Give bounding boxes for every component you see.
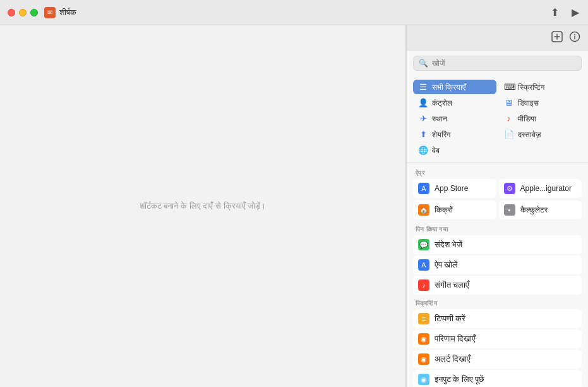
category-location[interactable]: ✈ स्थान [413, 111, 496, 126]
category-grid: ☰ सभी क्रियाएँ ⌨ स्क्रिप्टिंग 👤 कंट्रोल … [413, 80, 582, 157]
media-icon: ♪ [504, 114, 514, 123]
action-label: परिणाम दिखाएँ [435, 335, 476, 344]
kiosk-icon: 🏠 [418, 204, 429, 216]
info-button[interactable] [569, 31, 580, 45]
action-comment[interactable]: ≡ टिप्पणी करें [413, 309, 582, 328]
search-container: 🔍 [407, 51, 588, 76]
pinned-section-label: पिन किया गया [413, 222, 582, 235]
action-send-message[interactable]: 💬 संदेश भेजें [413, 235, 582, 254]
list-area[interactable]: ऐप्र A App Store ⚙ Apple...igurator 🏠 कि… [407, 166, 588, 387]
category-devices[interactable]: 🖥 डिवाइस [499, 95, 582, 110]
control-icon: 👤 [418, 98, 428, 108]
action-label: अलर्ट दिखाएँ [435, 355, 471, 364]
category-media[interactable]: ♪ मीडिया [499, 111, 582, 126]
action-label: इनपुट के लिए पूछें [435, 375, 484, 384]
left-panel: शॉर्टकट बनाने के लिए दाएँ से क्रियाएँ जो… [0, 25, 406, 387]
search-icon: 🔍 [419, 59, 428, 68]
window-title: शीर्षक [59, 8, 76, 18]
right-panel: 🔍 ☰ सभी क्रियाएँ ⌨ स्क्रिप्टिंग 👤 कंट्रो… [406, 25, 588, 387]
sharing-icon: ⬆ [418, 130, 428, 139]
svg-point-2 [574, 34, 575, 35]
category-label: स्थान [432, 114, 447, 123]
category-label: डिवाइस [518, 99, 539, 108]
category-label: मीडिया [518, 114, 536, 123]
maximize-button[interactable] [30, 9, 38, 16]
category-label: शेयरिंग [432, 130, 450, 139]
app-calculator[interactable]: ▪ कैल्कुलेटर [499, 200, 582, 219]
scripting-icon: ⌨ [504, 82, 514, 92]
action-open-app[interactable]: A ऐप खोलें [413, 255, 582, 274]
devices-icon: 🖥 [504, 98, 514, 108]
play-music-icon: ♪ [418, 280, 429, 291]
category-section: ☰ सभी क्रियाएँ ⌨ स्क्रिप्टिंग 👤 कंट्रोल … [407, 76, 588, 160]
category-control[interactable]: 👤 कंट्रोल [413, 95, 496, 110]
traffic-lights [8, 9, 38, 16]
apps-section-label: ऐप्र [413, 166, 582, 179]
action-ask-input[interactable]: ◉ इनपुट के लिए पूछें [413, 370, 582, 387]
search-box[interactable]: 🔍 [413, 56, 582, 71]
web-icon: 🌐 [418, 145, 428, 155]
app-configurator[interactable]: ⚙ Apple...igurator [499, 179, 582, 198]
apps-grid: A App Store ⚙ Apple...igurator 🏠 किक्रों… [413, 179, 582, 221]
play-button[interactable]: ▶ [570, 5, 580, 20]
app-label: Apple...igurator [520, 184, 572, 193]
placeholder-text: शॉर्टकट बनाने के लिए दाएँ से क्रियाएँ जो… [140, 201, 266, 211]
comment-icon: ≡ [418, 313, 429, 324]
appstore-icon: A [418, 183, 429, 194]
app-label: किक्रों [435, 206, 453, 214]
app-kiosk[interactable]: 🏠 किक्रों [413, 200, 496, 219]
divider-1 [407, 163, 588, 163]
share-button[interactable]: ⬆ [549, 5, 560, 20]
search-input[interactable] [432, 59, 576, 68]
main-content: शॉर्टकट बनाने के लिए दाएँ से क्रियाएँ जो… [0, 25, 588, 387]
category-sharing[interactable]: ⬆ शेयरिंग [413, 127, 496, 142]
action-label: टिप्पणी करें [435, 314, 465, 324]
category-label: कंट्रोल [432, 99, 452, 108]
send-message-icon: 💬 [418, 239, 429, 250]
right-panel-header [407, 25, 588, 51]
add-action-button[interactable] [551, 31, 563, 45]
titlebar-actions: ⬆ ▶ [549, 5, 580, 20]
open-app-icon: A [418, 259, 429, 271]
category-web[interactable]: 🌐 वेब [413, 143, 496, 157]
scripting-section-label: स्क्रिप्टिंग [413, 296, 582, 309]
action-show-alert[interactable]: ◉ अलर्ट दिखाएँ [413, 350, 582, 369]
documents-icon: 📄 [504, 130, 514, 139]
action-label: संगीत चलाएँ [435, 281, 469, 290]
action-show-result[interactable]: ◉ परिणाम दिखाएँ [413, 329, 582, 348]
minimize-button[interactable] [19, 9, 27, 16]
category-label: सभी क्रियाएँ [432, 83, 465, 92]
action-label: संदेश भेजें [435, 240, 462, 250]
show-alert-icon: ◉ [418, 353, 429, 365]
category-all[interactable]: ☰ सभी क्रियाएँ [413, 80, 496, 94]
category-documents[interactable]: 📄 दस्तावेज़ [499, 127, 582, 142]
action-label: ऐप खोलें [435, 261, 458, 270]
category-label: स्क्रिप्टिंग [518, 83, 544, 92]
app-icon: ✉ [44, 7, 56, 18]
category-scripting[interactable]: ⌨ स्क्रिप्टिंग [499, 80, 582, 94]
calculator-icon: ▪ [504, 204, 515, 216]
configurator-icon: ⚙ [504, 183, 515, 194]
app-label: कैल्कुलेटर [520, 206, 548, 214]
category-label: वेब [432, 146, 440, 155]
list-icon: ☰ [418, 82, 428, 92]
show-result-icon: ◉ [418, 333, 429, 345]
titlebar: ✉ शीर्षक ⬆ ▶ [0, 0, 588, 25]
app-appstore[interactable]: A App Store [413, 179, 496, 198]
close-button[interactable] [8, 9, 15, 16]
ask-input-icon: ◉ [418, 374, 429, 385]
category-label: दस्तावेज़ [518, 130, 541, 139]
action-play-music[interactable]: ♪ संगीत चलाएँ [413, 276, 582, 295]
app-label: App Store [435, 184, 468, 193]
location-icon: ✈ [418, 114, 428, 123]
